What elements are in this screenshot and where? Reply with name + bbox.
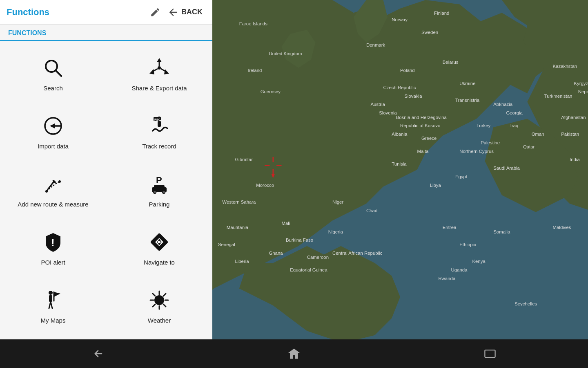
svg-text:Mauritania: Mauritania: [227, 225, 249, 230]
func-weather-label: Weather: [148, 316, 171, 325]
svg-text:Finland: Finland: [434, 11, 449, 16]
func-share-label: Share & Export data: [131, 84, 187, 92]
svg-text:Slovakia: Slovakia: [404, 94, 422, 99]
func-poi-label: POI alert: [41, 258, 65, 267]
svg-text:Slovenia: Slovenia: [379, 110, 397, 115]
functions-grid: Search Share: [0, 41, 212, 339]
svg-rect-115: [485, 350, 495, 357]
svg-point-31: [49, 291, 53, 295]
svg-line-1: [56, 70, 61, 76]
func-mymaps-label: My Maps: [41, 316, 66, 325]
map-area[interactable]: Finland Norway Sweden Faroe Islands Unit…: [212, 0, 588, 339]
recent-nav-button[interactable]: [478, 341, 502, 366]
svg-text:Central African Republic: Central African Republic: [332, 251, 383, 256]
svg-text:Niger: Niger: [332, 200, 343, 204]
svg-line-42: [153, 294, 155, 296]
svg-text:Kenya: Kenya: [472, 259, 486, 264]
svg-text:Maldives: Maldives: [553, 225, 571, 230]
svg-text:Ethiopia: Ethiopia: [459, 242, 477, 247]
svg-text:REC: REC: [154, 118, 160, 121]
svg-text:Burkina Faso: Burkina Faso: [286, 238, 313, 242]
svg-line-44: [163, 294, 166, 296]
svg-text:Liberia: Liberia: [235, 259, 249, 264]
svg-text:Gibraltar: Gibraltar: [235, 157, 253, 162]
svg-line-34: [51, 302, 52, 308]
svg-marker-11: [50, 123, 55, 128]
route-icon: [41, 172, 65, 196]
svg-marker-6: [164, 69, 169, 74]
svg-text:Czech Republic: Czech Republic: [383, 85, 416, 90]
home-nav-button[interactable]: [282, 341, 306, 366]
func-route[interactable]: Add new route & measure: [0, 161, 106, 219]
svg-text:Austria: Austria: [370, 102, 385, 107]
func-mymaps[interactable]: My Maps: [0, 277, 106, 335]
search-icon: [41, 56, 65, 80]
svg-text:Pakistan: Pakistan: [561, 132, 579, 137]
section-label: FUNCTIONS: [0, 25, 212, 41]
bottom-nav: [0, 339, 588, 368]
svg-text:Faroe Islands: Faroe Islands: [239, 21, 267, 26]
svg-text:Palestine: Palestine: [481, 140, 500, 145]
track-icon: REC: [147, 114, 172, 138]
svg-text:Chad: Chad: [366, 208, 377, 213]
svg-point-20: [58, 180, 61, 183]
func-parking-label: Parking: [149, 200, 170, 209]
svg-text:Bosnia and Herzegovina: Bosnia and Herzegovina: [396, 115, 447, 120]
parking-icon: P: [147, 172, 172, 196]
func-search[interactable]: Search: [0, 45, 106, 103]
back-button[interactable]: BACK: [164, 7, 206, 18]
svg-point-37: [154, 295, 164, 305]
func-route-label: Add new route & measure: [18, 200, 88, 209]
svg-text:Saudi Arabia: Saudi Arabia: [493, 166, 520, 171]
func-import-label: Import data: [38, 142, 69, 150]
func-share-export[interactable]: Share & Export data: [106, 45, 212, 103]
navigate-icon: [147, 230, 172, 254]
back-label: BACK: [181, 8, 203, 16]
svg-text:Afghanistan: Afghanistan: [561, 115, 586, 120]
svg-text:Kazakhstan: Kazakhstan: [553, 64, 577, 69]
svg-text:Rwanda: Rwanda: [438, 276, 456, 281]
svg-text:Belarus: Belarus: [443, 60, 459, 65]
svg-text:Georgia: Georgia: [506, 110, 523, 115]
svg-text:Nepal: Nepal: [578, 89, 588, 94]
svg-text:Ghana: Ghana: [269, 251, 283, 256]
share-export-icon: [147, 56, 172, 80]
svg-text:Turkmenistan: Turkmenistan: [544, 94, 572, 99]
svg-line-45: [153, 304, 155, 307]
func-weather[interactable]: Weather: [106, 277, 212, 335]
panel-title: Functions: [7, 7, 146, 18]
svg-text:Libya: Libya: [430, 182, 441, 187]
svg-text:Sweden: Sweden: [421, 30, 438, 35]
func-track-label: Track record: [142, 142, 176, 150]
svg-text:Denmark: Denmark: [366, 43, 385, 47]
svg-rect-23: [154, 185, 165, 189]
func-poi[interactable]: ! POI alert: [0, 219, 106, 277]
left-panel: Functions BACK FUNCTIONS: [0, 0, 212, 339]
back-nav-button[interactable]: [86, 341, 110, 366]
svg-point-25: [163, 191, 165, 194]
svg-text:United Kingdom: United Kingdom: [269, 51, 302, 56]
svg-marker-36: [54, 292, 60, 297]
func-import[interactable]: Import data: [0, 103, 106, 161]
svg-text:Abkhazia: Abkhazia: [493, 102, 513, 107]
func-navigate[interactable]: Navigate to: [106, 219, 212, 277]
svg-text:Iraq: Iraq: [510, 123, 519, 128]
svg-text:Poland: Poland: [400, 68, 415, 73]
svg-text:Nigeria: Nigeria: [328, 229, 343, 234]
svg-text:Western Sahara: Western Sahara: [222, 200, 256, 204]
svg-text:Oman: Oman: [532, 132, 544, 137]
mymaps-icon: [41, 288, 65, 312]
func-track[interactable]: REC Track record: [106, 103, 212, 161]
svg-text:Tunisia: Tunisia: [392, 162, 407, 166]
svg-text:Albania: Albania: [392, 132, 408, 137]
svg-text:Cameroon: Cameroon: [307, 255, 329, 260]
svg-text:Somalia: Somalia: [493, 229, 510, 234]
func-parking[interactable]: P Parking: [106, 161, 212, 219]
svg-text:Ireland: Ireland: [248, 68, 262, 73]
svg-marker-8: [149, 69, 154, 74]
svg-rect-32: [49, 295, 52, 302]
header-bar: Functions BACK: [0, 0, 212, 25]
edit-button[interactable]: [146, 3, 164, 21]
svg-text:!: !: [51, 236, 55, 249]
svg-text:Norway: Norway: [392, 17, 408, 22]
